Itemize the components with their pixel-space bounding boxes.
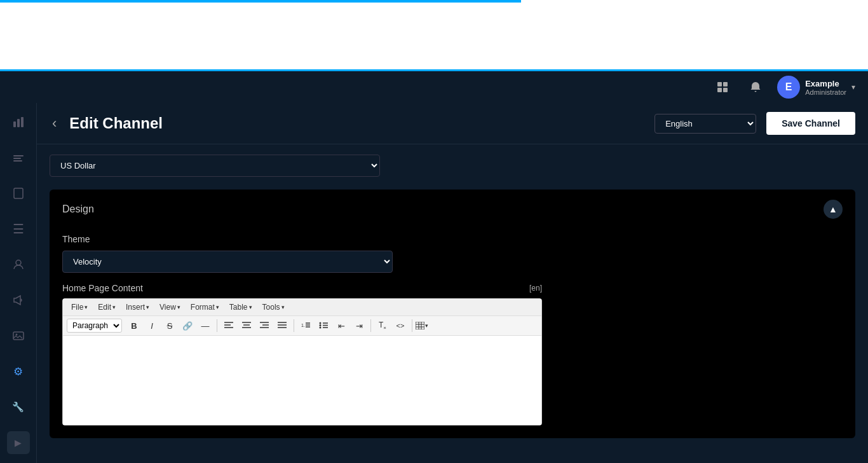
top-bar <box>0 0 868 71</box>
sidebar-item-tools[interactable]: 🔧 <box>7 396 30 418</box>
editor-menubar: File ▾ Edit ▾ Insert ▾ View ▾ Format ▾ T… <box>63 299 541 316</box>
svg-rect-2 <box>717 88 722 92</box>
content-area: ‹ Edit Channel English French German Spa… <box>37 103 868 463</box>
svg-rect-7 <box>13 155 24 156</box>
sidebar-item-list[interactable]: ☰ <box>7 218 30 240</box>
page-title: Edit Channel <box>69 114 644 132</box>
sidebar-item-expand[interactable]: ▶ <box>7 431 30 454</box>
homepage-label: Home Page Content <box>62 283 143 293</box>
edit-channel-header: ‹ Edit Channel English French German Spa… <box>37 103 868 144</box>
svg-rect-36 <box>416 322 424 329</box>
strikethrough-button[interactable]: S <box>161 318 178 333</box>
svg-rect-6 <box>21 117 24 127</box>
back-button[interactable]: ‹ <box>50 115 59 132</box>
user-role: Administrator <box>805 88 846 96</box>
menu-edit[interactable]: Edit ▾ <box>93 301 120 314</box>
sidebar-item-pages[interactable] <box>7 182 30 205</box>
currency-section: US Dollar Euro British Pound Japanese Ye… <box>37 144 868 187</box>
sidebar-item-images[interactable] <box>7 324 30 347</box>
user-name: Example <box>805 79 846 88</box>
sidebar-item-settings[interactable]: ⚙ <box>7 360 30 383</box>
svg-rect-5 <box>17 119 20 127</box>
unordered-list-button[interactable] <box>315 318 332 333</box>
svg-point-30 <box>320 322 322 324</box>
bell-icon[interactable] <box>744 76 767 99</box>
indent-button[interactable]: ⇥ <box>351 318 367 333</box>
menu-view[interactable]: View ▾ <box>155 301 185 314</box>
svg-rect-3 <box>723 88 728 92</box>
menu-tools[interactable]: Tools ▾ <box>258 301 289 314</box>
align-center-button[interactable] <box>238 318 255 333</box>
avatar: E <box>777 76 800 99</box>
link-button[interactable]: 🔗 <box>179 318 196 333</box>
source-code-button[interactable]: <> <box>392 318 409 333</box>
design-section: Design ▲ Theme Velocity Default Bootstra… <box>50 190 855 438</box>
theme-section: Theme Velocity Default Bootstrap <box>50 229 855 283</box>
svg-rect-9 <box>13 160 22 162</box>
italic-button[interactable]: I <box>144 318 160 333</box>
menu-format[interactable]: Format ▾ <box>186 301 224 314</box>
main-layout: ☰ ⚙ 🔧 ▶ <box>0 103 868 463</box>
save-icon[interactable] <box>711 76 734 99</box>
user-section[interactable]: E Example Administrator ▾ <box>777 76 855 99</box>
theme-select[interactable]: Velocity Default Bootstrap <box>62 251 393 273</box>
svg-rect-10 <box>14 188 23 198</box>
svg-rect-1 <box>723 82 728 86</box>
bold-button[interactable]: B <box>126 318 142 333</box>
currency-select[interactable]: US Dollar Euro British Pound Japanese Ye… <box>50 155 380 177</box>
editor-body[interactable] <box>63 336 541 425</box>
svg-rect-8 <box>13 158 21 159</box>
collapse-button[interactable]: ▲ <box>824 200 843 219</box>
svg-point-11 <box>16 260 21 265</box>
svg-rect-0 <box>717 82 722 86</box>
ordered-list-button[interactable]: 1. <box>297 318 314 333</box>
theme-label: Theme <box>62 234 843 244</box>
editor-container: File ▾ Edit ▾ Insert ▾ View ▾ Format ▾ T… <box>62 298 542 425</box>
menu-insert[interactable]: Insert ▾ <box>121 301 154 314</box>
svg-text:1.: 1. <box>301 323 305 328</box>
chevron-down-icon: ▾ <box>851 83 855 92</box>
language-select[interactable]: English French German Spanish <box>654 114 756 134</box>
homepage-section: Home Page Content [en] File ▾ Edit ▾ Ins… <box>50 283 855 438</box>
editor-toolbar: Paragraph Heading 1 Heading 2 Heading 3 … <box>63 316 541 336</box>
clear-format-button[interactable]: T× <box>374 318 391 333</box>
svg-point-32 <box>320 326 322 328</box>
lang-badge: [en] <box>529 284 542 293</box>
sidebar-item-users[interactable] <box>7 253 30 276</box>
sidebar-item-megaphone[interactable] <box>7 289 30 312</box>
svg-point-31 <box>320 324 322 326</box>
header-row: E Example Administrator ▾ <box>0 71 868 103</box>
sidebar-item-barchart[interactable] <box>7 146 30 169</box>
menu-table[interactable]: Table ▾ <box>225 301 257 314</box>
svg-rect-4 <box>13 121 16 127</box>
hr-button[interactable]: — <box>197 318 214 333</box>
paragraph-select[interactable]: Paragraph Heading 1 Heading 2 Heading 3 <box>67 319 122 333</box>
menu-file[interactable]: File ▾ <box>67 301 92 314</box>
save-channel-button[interactable]: Save Channel <box>766 112 855 135</box>
insert-table-button[interactable]: ▾ <box>416 318 436 333</box>
sidebar: ☰ ⚙ 🔧 ▶ <box>0 103 37 463</box>
align-right-button[interactable] <box>256 318 273 333</box>
homepage-header: Home Page Content [en] <box>62 283 542 293</box>
sidebar-item-analytics[interactable] <box>7 111 30 134</box>
design-header[interactable]: Design ▲ <box>50 190 855 229</box>
design-title: Design <box>62 204 94 215</box>
outdent-button[interactable]: ⇤ <box>333 318 349 333</box>
svg-point-13 <box>15 334 17 336</box>
user-info: Example Administrator <box>805 79 846 96</box>
align-left-button[interactable] <box>220 318 237 333</box>
justify-button[interactable] <box>274 318 290 333</box>
